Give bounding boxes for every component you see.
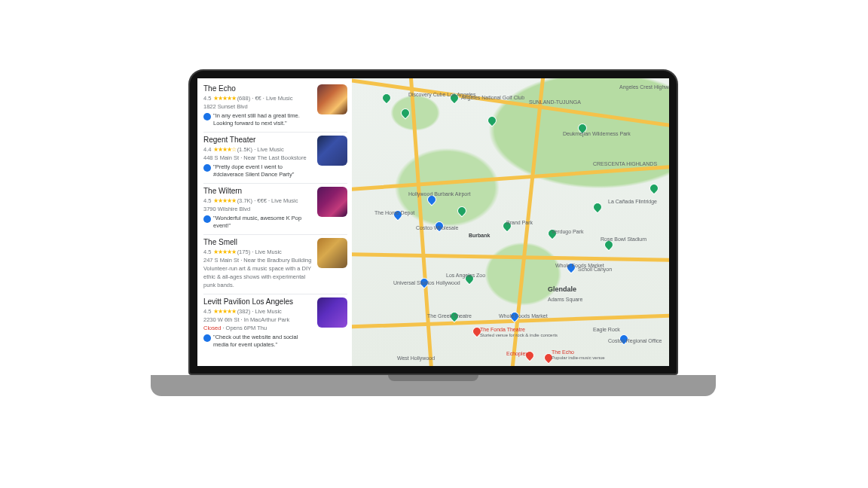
map-result-label: The Fonda Theatre xyxy=(480,327,525,332)
map-label: Adams Square xyxy=(548,297,582,302)
listing-the-wiltern[interactable]: The Wiltern 4.5 ★★★★★ (3.7K) · €€€ · Liv… xyxy=(203,184,347,235)
star-icon: ★★★★★ xyxy=(213,308,236,315)
star-icon: ★★★★★ xyxy=(213,197,236,204)
listing-rating-row: 4.5 ★★★★★ (382) · Live Music xyxy=(203,307,313,316)
quote-icon xyxy=(203,215,211,223)
listing-title: The Smell xyxy=(203,238,313,246)
listing-rating-row: 4.5 ★★★★★ (175) · Live Music xyxy=(203,248,313,256)
map-result-sublabel: Popular indie-music venue xyxy=(552,355,605,360)
quote-icon xyxy=(203,334,211,342)
laptop-lid: The Echo 4.5 ★★★★★ (688) · €€ · Live Mus… xyxy=(188,69,678,375)
laptop-base xyxy=(151,375,716,396)
listing-description: Volunteer-run art & music space with a D… xyxy=(203,264,313,289)
map-label: West Hollywood xyxy=(397,355,435,361)
star-icon: ★★★★★ xyxy=(213,249,236,255)
listing-rating-row: 4.5 ★★★★★ (688) · €€ · Live Music xyxy=(203,94,313,102)
listing-review-quote: "Check out the website and social media … xyxy=(203,334,313,349)
map-label: The Greek Theatre xyxy=(427,313,472,319)
listing-address: 247 S Main St · Near the Bradbury Buildi… xyxy=(203,256,313,264)
listing-the-echo[interactable]: The Echo 4.5 ★★★★★ (688) · €€ · Live Mus… xyxy=(203,81,347,133)
map-label: Whole Foods Market xyxy=(555,263,604,268)
map-label: Deukmejian Wilderness Park xyxy=(563,131,631,136)
listing-review-quote: "Pretty dope event I went to #dclaverace… xyxy=(203,163,313,178)
map-result-label: Echoplex xyxy=(506,351,528,356)
map-label: Rose Bowl Stadium xyxy=(601,236,646,242)
map-label: SUNLAND-TUJUNGA xyxy=(529,99,581,105)
listing-review-quote: "Wonderful music, awesome K Pop event!" xyxy=(203,215,313,230)
listing-rating-row: 4.5 ★★★★★ (3.7K) · €€€ · Live Music xyxy=(203,197,313,205)
quote-icon xyxy=(203,113,211,120)
map-result-sublabel: Storied venue for rock & indie concerts xyxy=(480,333,558,337)
star-icon: ★★★★☆ xyxy=(213,146,236,153)
screen: The Echo 4.5 ★★★★★ (688) · €€ · Live Mus… xyxy=(197,78,669,366)
listing-thumbnail xyxy=(317,297,347,328)
map-label: Angeles National Golf Club xyxy=(461,95,524,100)
laptop-frame: The Echo 4.5 ★★★★★ (688) · €€ · Live Mus… xyxy=(188,69,678,407)
map-label: The Home Depot xyxy=(374,210,414,215)
listing-title: Regent Theater xyxy=(203,136,313,144)
map-label: Hollywood Burbank Airport xyxy=(408,191,471,197)
listing-address: 2230 W 6th St · In MacArthur Park xyxy=(203,316,313,324)
listing-review-quote: "In any event still had a great time. Lo… xyxy=(203,112,313,127)
listing-rating-row: 4.4 ★★★★☆ (1.5K) · Live Music xyxy=(203,145,313,154)
listing-title: The Wiltern xyxy=(203,187,313,195)
listing-the-smell[interactable]: The Smell 4.5 ★★★★★ (175) · Live Music 2… xyxy=(203,235,347,294)
map-label: Verdugo Park xyxy=(552,229,583,234)
map-city-label: Glendale xyxy=(548,285,576,293)
quote-icon xyxy=(203,164,211,172)
map-canvas[interactable]: Discovery Cube Los Angeles Angeles Natio… xyxy=(352,78,669,366)
listing-regent-theater[interactable]: Regent Theater 4.4 ★★★★☆ (1.5K) · Live M… xyxy=(203,133,347,184)
map-city-label: Burbank xyxy=(469,233,490,238)
map-label: Brand Park xyxy=(506,220,533,225)
listing-levitt-pavilion[interactable]: Levitt Pavilion Los Angeles 4.5 ★★★★★ (3… xyxy=(203,294,347,353)
map-label: Costco Wholesale xyxy=(416,225,458,230)
listing-title: The Echo xyxy=(203,84,313,93)
listing-address: 448 S Main St · Near The Last Bookstore xyxy=(203,154,313,162)
listing-thumbnail xyxy=(317,136,347,166)
results-sidebar[interactable]: The Echo 4.5 ★★★★★ (688) · €€ · Live Mus… xyxy=(197,78,352,366)
map-result-label: The Echo xyxy=(552,349,574,355)
map-label: Angeles Crest Highway xyxy=(619,84,669,90)
map-label: CRESCENTA HIGHLANDS xyxy=(593,161,657,166)
listing-thumbnail xyxy=(317,238,347,268)
map-label: Universal Studios Hollywood xyxy=(393,280,460,285)
map-label: Whole Foods Market xyxy=(499,313,548,319)
map-label: Eagle Rock xyxy=(593,327,620,332)
listing-thumbnail xyxy=(317,187,347,217)
map-label: Costco Regional Office xyxy=(608,338,662,343)
listing-address: 1822 Sunset Blvd xyxy=(203,102,313,111)
listing-address: 3790 Wilshire Blvd xyxy=(203,205,313,213)
listing-thumbnail xyxy=(317,84,347,114)
star-icon: ★★★★★ xyxy=(213,95,236,102)
listing-hours: Closed · Opens 6PM Thu xyxy=(203,324,313,332)
map-label: La Cañada Flintridge xyxy=(608,199,657,204)
listing-title: Levitt Pavilion Los Angeles xyxy=(203,297,313,306)
map-label: Los Angeles Zoo xyxy=(446,273,485,278)
